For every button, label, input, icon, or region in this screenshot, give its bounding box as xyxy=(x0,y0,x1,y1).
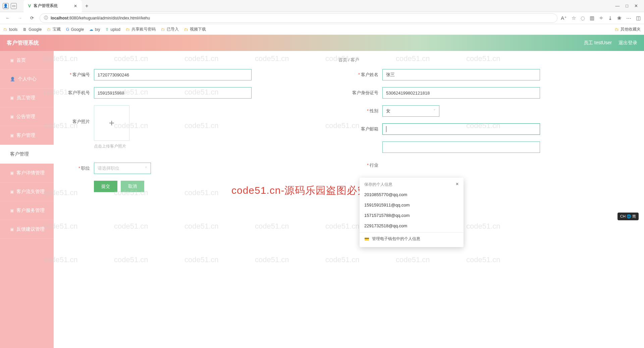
page-icon: 🗎 xyxy=(23,27,27,32)
menu-feedback[interactable]: ▣反馈建议管理 xyxy=(0,220,54,239)
autocomplete-item[interactable]: 15715715788@qq.com xyxy=(360,210,464,221)
service-icon: ▣ xyxy=(10,208,14,213)
bookmark-shared[interactable]: 🗀共享账号密码 xyxy=(126,26,156,32)
collections-icon[interactable]: ▥ xyxy=(590,15,594,21)
read-aloud-icon[interactable]: A⁺ xyxy=(561,15,567,21)
select-gender[interactable]: 女˅ xyxy=(382,105,439,117)
folder-icon: 🗀 xyxy=(47,27,51,32)
window-minimize-button[interactable]: — xyxy=(615,3,620,8)
site-info-icon[interactable]: ⓘ xyxy=(44,15,48,21)
browser-tab[interactable]: V 客户管理系统 ✕ xyxy=(23,0,82,12)
tab-close-icon[interactable]: ✕ xyxy=(74,4,77,8)
other-bookmarks[interactable]: 🗀其他收藏夹 xyxy=(615,26,641,32)
folder-icon: 🗀 xyxy=(184,27,188,32)
folder-icon: 🗀 xyxy=(161,27,165,32)
input-customer-name[interactable] xyxy=(382,69,540,80)
new-tab-button[interactable]: + xyxy=(85,3,88,9)
browser-address-bar: ← → ⟳ ⓘ localhost:8080/kehuguanli/admin/… xyxy=(0,12,644,24)
bookmark-tools[interactable]: 🗀tools xyxy=(3,27,17,32)
favorite-icon[interactable]: ☆ xyxy=(572,15,576,21)
profile-icon[interactable]: 👤 xyxy=(3,3,9,9)
reset-button[interactable]: 取消 xyxy=(121,181,144,192)
label-position: *职位 xyxy=(60,163,94,171)
extensions-icon[interactable]: ✧ xyxy=(599,15,603,21)
reload-button[interactable]: ⟳ xyxy=(28,14,36,22)
bookmark-google2[interactable]: GGoogle xyxy=(66,27,84,32)
loss-icon: ▣ xyxy=(10,189,14,194)
wallet-icon[interactable]: ❀ xyxy=(617,15,622,21)
main-content: 首页 / 客户 *客户编号 客户手机号 客户照片 + 点击上传 xyxy=(54,51,644,348)
bookmark-videodl[interactable]: 🗀视频下载 xyxy=(184,26,206,32)
staff-icon: ▣ xyxy=(10,96,14,100)
logout-link[interactable]: 退出登录 xyxy=(619,40,637,46)
autocomplete-item[interactable]: 2010855770@qq.com xyxy=(360,189,464,200)
menu-customer[interactable]: ▣客户管理 xyxy=(0,126,54,145)
notice-icon: ▣ xyxy=(10,114,14,119)
autocomplete-item[interactable]: 2291732518@qq.com xyxy=(360,221,464,231)
submit-button[interactable]: 提交 xyxy=(94,181,117,192)
autocomplete-header: 保存的个人信息 xyxy=(364,182,392,187)
upload-hint: 点击上传客户照片 xyxy=(94,143,252,149)
label-customer-photo: 客户照片 xyxy=(60,105,94,125)
autocomplete-item[interactable]: 15915915911@qq.com xyxy=(360,200,464,210)
tabs-overview-icon[interactable]: ▭ xyxy=(11,3,17,9)
input-customer-email[interactable] xyxy=(382,123,540,135)
user-icon: 👤 xyxy=(10,77,15,81)
google-icon: G xyxy=(66,27,69,32)
customer-icon: ▣ xyxy=(10,133,14,138)
breadcrumb-current: 客户 xyxy=(351,57,359,62)
detail-icon: ▣ xyxy=(10,171,14,175)
label-customer-idcard: 客户身份证号 xyxy=(349,87,382,96)
window-close-button[interactable]: ✕ xyxy=(634,3,638,8)
autocomplete-manage-link[interactable]: 💳 管理电子钱包中的个人信息 xyxy=(360,232,464,245)
current-user-label[interactable]: 员工 testUser xyxy=(584,40,612,46)
label-customer-phone: 客户手机号 xyxy=(60,87,94,96)
sync-icon[interactable]: ◌ xyxy=(581,15,585,21)
more-icon[interactable]: ⋯ xyxy=(626,15,631,21)
menu-notice[interactable]: ▣公告管理 xyxy=(0,107,54,126)
menu-customer-service[interactable]: ▣客户服务管理 xyxy=(0,201,54,220)
bookmark-baozang[interactable]: 🗀宝藏 xyxy=(47,26,61,32)
autocomplete-close-icon[interactable]: ✕ xyxy=(455,182,459,187)
forward-button: → xyxy=(15,14,24,22)
bookmark-txy[interactable]: ☁txy xyxy=(89,27,100,32)
chevron-down-icon: ˅ xyxy=(145,166,147,171)
app-title: 客户管理系统 xyxy=(7,40,39,47)
menu-staff[interactable]: ▣员工管理 xyxy=(0,89,54,107)
autocomplete-popup: 保存的个人信息 ✕ 2010855770@qq.com 15915915911@… xyxy=(360,178,464,247)
breadcrumb-home[interactable]: 首页 xyxy=(338,57,347,62)
sidebar: ▣首页 👤个人中心 ▣员工管理 ▣公告管理 ▣客户管理 客户管理 ▣客户详情管理… xyxy=(0,51,54,348)
tab-title: 客户管理系统 xyxy=(34,3,58,9)
browser-tab-bar: 👤 ▭ V 客户管理系统 ✕ + — □ ✕ xyxy=(0,0,644,12)
bookmark-uplod[interactable]: ⇧uplod xyxy=(105,27,120,32)
upload-icon: ⇧ xyxy=(105,27,109,32)
breadcrumb: 首页 / 客户 xyxy=(54,51,644,69)
bookmark-google[interactable]: 🗎Google xyxy=(23,27,42,32)
label-industry: *行业 xyxy=(349,160,382,168)
url-input[interactable]: ⓘ localhost:8080/kehuguanli/admin/dist/i… xyxy=(40,13,557,23)
input-customer-idcard[interactable] xyxy=(382,87,540,99)
chevron-down-icon: ˅ xyxy=(433,109,436,114)
label-customer-name: *客户姓名 xyxy=(349,69,382,78)
home-icon: ▣ xyxy=(10,58,14,63)
input-customer-id[interactable] xyxy=(94,69,252,80)
ime-badge: CH 🌐 简 xyxy=(618,213,639,220)
favicon-icon: V xyxy=(28,4,31,8)
upload-photo-button[interactable]: + xyxy=(94,105,129,141)
submenu-customer[interactable]: 客户管理 xyxy=(0,145,54,164)
select-position[interactable]: 请选择职位˅ xyxy=(94,163,151,174)
window-maximize-button[interactable]: □ xyxy=(626,3,628,8)
downloads-icon[interactable]: ⤓ xyxy=(608,15,612,21)
menu-customer-loss[interactable]: ▣客户流失管理 xyxy=(0,182,54,201)
input-customer-phone[interactable] xyxy=(94,87,252,99)
sidebar-icon[interactable]: ◫ xyxy=(636,15,641,21)
menu-home[interactable]: ▣首页 xyxy=(0,51,54,70)
back-button[interactable]: ← xyxy=(3,14,12,22)
folder-icon: 🗀 xyxy=(126,27,130,32)
menu-customer-detail[interactable]: ▣客户详情管理 xyxy=(0,164,54,182)
menu-profile[interactable]: 👤个人中心 xyxy=(0,70,54,89)
label-gender: *性别 xyxy=(349,105,382,114)
wallet-icon: 💳 xyxy=(364,237,369,241)
input-address[interactable] xyxy=(382,141,540,153)
bookmark-imported[interactable]: 🗀已导入 xyxy=(161,26,179,32)
